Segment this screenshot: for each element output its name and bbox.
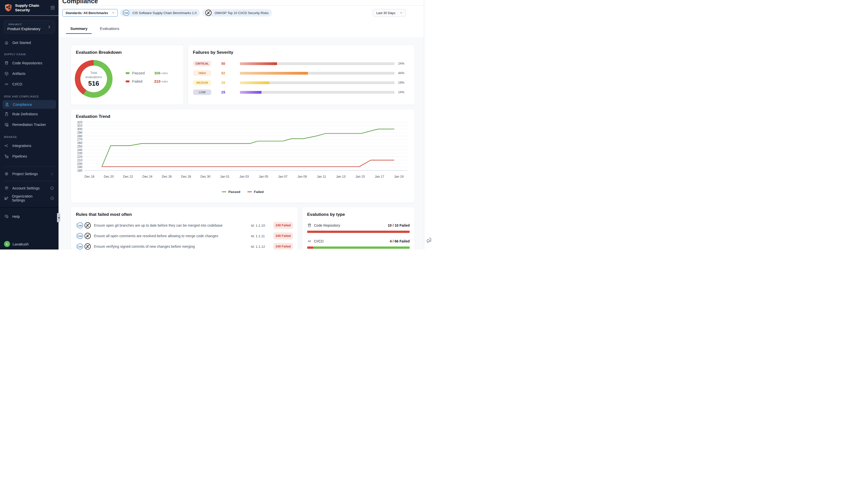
evaluation-trend-card: Evaluation Trend 32031030029028027026025… (71, 109, 415, 203)
type-row-ci-cd: CI/CD4 / 66 Failed (307, 239, 410, 249)
sidebar-nav: Get StartedSUPPLY CHAINCode Repositories… (0, 38, 59, 161)
sidebar-item-get-started[interactable]: Get Started (0, 38, 59, 47)
trend-legend-passed: Passed (222, 190, 240, 194)
standards-filter-dropdown[interactable]: Standards: All Benchmarks (62, 9, 118, 16)
filter-chip-0[interactable]: CISCIS Software Supply Chain Benchmarks … (120, 9, 200, 16)
severity-bar-fill (240, 62, 277, 65)
sidebar-item-remediation-tracker[interactable]: Remediation Tracker (0, 119, 59, 130)
tab-evaluations[interactable]: Evaluations (96, 24, 124, 34)
bar-segment (307, 246, 313, 249)
sidebar-item-label: Code Repositories (12, 61, 42, 65)
sidebar-item-label: Pipelines (12, 154, 27, 158)
rule-list-item[interactable]: CISEnsure all open comments are resolved… (76, 232, 293, 240)
severity-bar (240, 62, 395, 65)
page-scroll-area[interactable]: Compliance Standards: All Benchmarks CIS… (59, 0, 424, 250)
svg-text:230: 230 (77, 151, 82, 155)
severity-bar-fill (240, 72, 308, 75)
svg-text:Jan 01: Jan 01 (220, 175, 230, 179)
type-name: CI/CD (314, 239, 323, 243)
sidebar-item-ci-cd[interactable]: CI/CD (0, 79, 59, 89)
project-selector[interactable]: PROJECT Product Exploratory (4, 20, 54, 34)
legend-swatch (126, 72, 129, 74)
sidebar-item-compliance[interactable]: Compliance (2, 100, 56, 109)
severity-row-medium: MEDIUM3919% (193, 80, 410, 86)
chat-support-icon[interactable] (426, 237, 433, 243)
svg-text:180: 180 (77, 169, 82, 172)
evaluation-trend-chart: 3203103002902802702602502402302202102001… (71, 117, 415, 188)
trend-legend: PassedFailed (71, 190, 415, 194)
info-icon (50, 196, 54, 200)
bar-segment (307, 231, 410, 233)
dashboard-content: Evaluation Breakdown Total evaluations 5… (59, 37, 424, 250)
sidebar-item-pipelines[interactable]: Pipelines (0, 151, 59, 161)
rule-list-item[interactable]: CISEnsure verifying signed commits of ne… (76, 243, 293, 250)
svg-text:Dec 24: Dec 24 (142, 175, 152, 179)
sidebar-item-help[interactable]: Help (0, 211, 59, 222)
rule-list-item[interactable]: CISEnsure open git branches are up to da… (76, 222, 293, 229)
svg-text:Jan 13: Jan 13 (336, 175, 346, 179)
sidebar-item-code-repositories[interactable]: Code Repositories (0, 58, 59, 68)
sidebar-item-rule-definitions[interactable]: Rule Definitions (0, 109, 59, 119)
severity-count: 50 (221, 62, 234, 65)
svg-text:270: 270 (77, 138, 82, 141)
user-menu[interactable]: LLavakush (0, 240, 59, 248)
evaluation-breakdown-card: Evaluation Breakdown Total evaluations 5… (71, 45, 184, 105)
failed-count-badge: 240 Failed (273, 243, 293, 250)
trend-line-failed (102, 160, 394, 167)
sidebar-item-label: Help (12, 215, 20, 219)
legend-label: Passed (132, 71, 154, 75)
repo-icon (4, 61, 9, 65)
rule-standard-icons: CIS (76, 232, 94, 240)
svg-text:300: 300 (77, 127, 82, 131)
clipboard-icon (4, 112, 9, 116)
sidebar-collapse-handle[interactable]: ◀ (57, 213, 60, 222)
sidebar-footer: Project SettingsAccount SettingsOrganiza… (0, 169, 59, 203)
sidebar-item-label: Integrations (12, 144, 32, 148)
severity-count: 92 (221, 71, 234, 75)
failures-by-severity-card: Failures by Severity CRITICAL5024%HIGH92… (188, 45, 415, 105)
card-title: Evalutions by type (307, 212, 410, 217)
legend-label: Failed (254, 190, 264, 194)
svg-text:CIS: CIS (78, 245, 82, 248)
project-label: PROJECT (7, 23, 47, 26)
chevron-down-icon (112, 11, 115, 15)
app-grid-icon[interactable] (50, 5, 55, 10)
donut-total-value: 516 (88, 80, 99, 87)
chevron-right-icon (47, 25, 51, 29)
sidebar-item-project-settings[interactable]: Project Settings (0, 169, 59, 179)
sidebar-bottom: Help LLavakush (0, 207, 59, 250)
svg-text:Jan 11: Jan 11 (317, 175, 326, 179)
sidebar-item-label: Remediation Tracker (12, 123, 46, 126)
svg-text:250: 250 (77, 145, 82, 148)
tab-summary[interactable]: Summary (66, 24, 92, 34)
rule-standard-icons: CIS (76, 242, 94, 250)
sidebar-section-label: SUPPLY CHAIN (0, 53, 59, 56)
filter-chip-label: OWASP Top 10 CI/CD Security Risks (214, 11, 269, 15)
sidebar-item-artifacts[interactable]: Artifacts (0, 68, 59, 79)
donut-legend: Passed306rulesFailed210rules (126, 71, 168, 83)
cis-icon: CIS (76, 242, 84, 250)
infinity-icon (4, 82, 9, 86)
info-icon (49, 186, 54, 190)
severity-badge: MEDIUM (193, 80, 211, 85)
layers-icon (4, 186, 9, 191)
svg-text:260: 260 (77, 141, 82, 145)
sidebar-item-organization-settings[interactable]: Organization Settings (0, 193, 59, 203)
failed-count-badge: 240 Failed (273, 222, 293, 229)
svg-text:240: 240 (77, 148, 82, 152)
sidebar-item-label: CI/CD (12, 82, 22, 86)
header-divider (59, 5, 424, 5)
date-range-dropdown[interactable]: Last 30 Days (373, 9, 406, 16)
severity-badge: HIGH (193, 70, 211, 76)
legend-item-failed: Failed210rules (126, 79, 168, 83)
type-failed-count: 4 / 66 Failed (390, 239, 410, 243)
severity-badge: CRITICAL (193, 61, 211, 66)
type-label: Code Repository (307, 223, 340, 228)
filter-chip-1[interactable]: OWASP Top 10 CI/CD Security Risks (202, 9, 272, 16)
sidebar-divider (4, 181, 54, 181)
card-title: Evaluation Breakdown (76, 50, 178, 55)
sidebar: Supply ChainSecurity PROJECT Product Exp… (0, 0, 59, 250)
sidebar-item-account-settings[interactable]: Account Settings (0, 183, 59, 193)
sidebar-item-integrations[interactable]: Integrations (0, 141, 59, 151)
rule-id: Id: 1.1.11 (251, 234, 273, 238)
